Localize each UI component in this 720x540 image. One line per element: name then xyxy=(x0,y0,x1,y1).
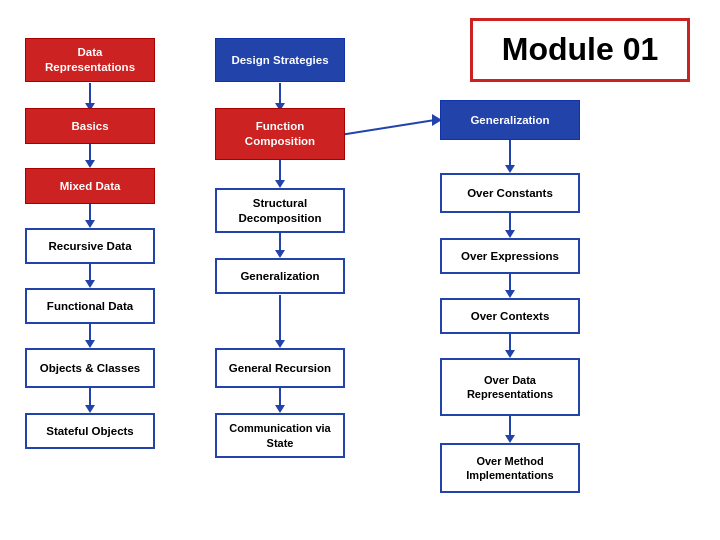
recursive-data-box: Recursive Data xyxy=(25,228,155,264)
svg-line-32 xyxy=(340,120,435,135)
generalization-right-box: Generalization xyxy=(440,100,580,140)
svg-marker-19 xyxy=(275,340,285,348)
mixed-data-box: Mixed Data xyxy=(25,168,155,204)
svg-marker-25 xyxy=(505,230,515,238)
general-recursion-box: General Recursion xyxy=(215,348,345,388)
generalization-mid-box: Generalization xyxy=(215,258,345,294)
module-title: Module 01 xyxy=(470,18,690,82)
svg-marker-27 xyxy=(505,290,515,298)
svg-marker-7 xyxy=(85,280,95,288)
design-strategies-header: Design Strategies xyxy=(215,38,345,82)
svg-marker-5 xyxy=(85,220,95,228)
over-data-repr-box: Over Data Representations xyxy=(440,358,580,416)
svg-marker-3 xyxy=(85,160,95,168)
svg-marker-9 xyxy=(85,340,95,348)
objects-classes-box: Objects & Classes xyxy=(25,348,155,388)
function-composition-box: Function Composition xyxy=(215,108,345,160)
over-contexts-box: Over Contexts xyxy=(440,298,580,334)
over-constants-box: Over Constants xyxy=(440,173,580,213)
communication-via-state-box: Communication via State xyxy=(215,413,345,458)
stateful-objects-box: Stateful Objects xyxy=(25,413,155,449)
svg-marker-23 xyxy=(505,165,515,173)
left-header: Data Representations xyxy=(25,38,155,82)
basics-box: Basics xyxy=(25,108,155,144)
svg-marker-15 xyxy=(275,180,285,188)
over-expressions-box: Over Expressions xyxy=(440,238,580,274)
svg-marker-31 xyxy=(505,435,515,443)
diagram: Module 01 Data Representations Basics Mi… xyxy=(0,0,720,540)
svg-marker-29 xyxy=(505,350,515,358)
svg-marker-21 xyxy=(275,405,285,413)
svg-marker-17 xyxy=(275,250,285,258)
structural-decomposition-box: Structural Decomposition xyxy=(215,188,345,233)
svg-marker-11 xyxy=(85,405,95,413)
functional-data-box: Functional Data xyxy=(25,288,155,324)
over-method-impl-box: Over Method Implementations xyxy=(440,443,580,493)
